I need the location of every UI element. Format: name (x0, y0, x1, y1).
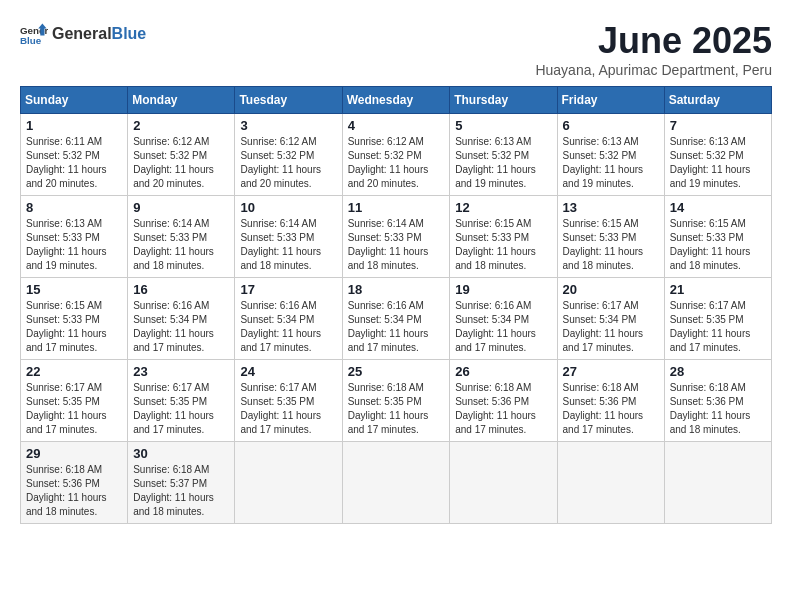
calendar-cell: 5 Sunrise: 6:13 AM Sunset: 5:32 PM Dayli… (450, 114, 557, 196)
day-number: 6 (563, 118, 659, 133)
day-header-saturday: Saturday (664, 87, 771, 114)
calendar-cell: 23 Sunrise: 6:17 AM Sunset: 5:35 PM Dayl… (128, 360, 235, 442)
day-number: 8 (26, 200, 122, 215)
day-number: 3 (240, 118, 336, 133)
calendar-cell: 8 Sunrise: 6:13 AM Sunset: 5:33 PM Dayli… (21, 196, 128, 278)
day-number: 22 (26, 364, 122, 379)
day-header-tuesday: Tuesday (235, 87, 342, 114)
day-info: Sunrise: 6:11 AM Sunset: 5:32 PM Dayligh… (26, 135, 122, 191)
calendar-cell: 27 Sunrise: 6:18 AM Sunset: 5:36 PM Dayl… (557, 360, 664, 442)
calendar-cell (557, 442, 664, 524)
day-number: 2 (133, 118, 229, 133)
day-info: Sunrise: 6:17 AM Sunset: 5:34 PM Dayligh… (563, 299, 659, 355)
calendar-cell: 30 Sunrise: 6:18 AM Sunset: 5:37 PM Dayl… (128, 442, 235, 524)
calendar-cell: 16 Sunrise: 6:16 AM Sunset: 5:34 PM Dayl… (128, 278, 235, 360)
day-info: Sunrise: 6:16 AM Sunset: 5:34 PM Dayligh… (348, 299, 445, 355)
day-number: 11 (348, 200, 445, 215)
day-number: 23 (133, 364, 229, 379)
day-number: 17 (240, 282, 336, 297)
calendar-cell (450, 442, 557, 524)
page-header: General Blue GeneralBlue June 2025 Huaya… (20, 20, 772, 78)
day-info: Sunrise: 6:13 AM Sunset: 5:32 PM Dayligh… (670, 135, 766, 191)
month-title: June 2025 (535, 20, 772, 62)
calendar-cell: 12 Sunrise: 6:15 AM Sunset: 5:33 PM Dayl… (450, 196, 557, 278)
location-title: Huayana, Apurimac Department, Peru (535, 62, 772, 78)
day-info: Sunrise: 6:12 AM Sunset: 5:32 PM Dayligh… (348, 135, 445, 191)
calendar-cell: 15 Sunrise: 6:15 AM Sunset: 5:33 PM Dayl… (21, 278, 128, 360)
day-info: Sunrise: 6:18 AM Sunset: 5:35 PM Dayligh… (348, 381, 445, 437)
day-info: Sunrise: 6:14 AM Sunset: 5:33 PM Dayligh… (348, 217, 445, 273)
logo-icon: General Blue (20, 20, 48, 48)
day-number: 18 (348, 282, 445, 297)
calendar-cell: 22 Sunrise: 6:17 AM Sunset: 5:35 PM Dayl… (21, 360, 128, 442)
calendar-cell: 17 Sunrise: 6:16 AM Sunset: 5:34 PM Dayl… (235, 278, 342, 360)
day-header-thursday: Thursday (450, 87, 557, 114)
day-number: 4 (348, 118, 445, 133)
day-number: 9 (133, 200, 229, 215)
day-number: 14 (670, 200, 766, 215)
day-info: Sunrise: 6:14 AM Sunset: 5:33 PM Dayligh… (133, 217, 229, 273)
calendar-cell: 18 Sunrise: 6:16 AM Sunset: 5:34 PM Dayl… (342, 278, 450, 360)
day-info: Sunrise: 6:17 AM Sunset: 5:35 PM Dayligh… (26, 381, 122, 437)
calendar-cell: 29 Sunrise: 6:18 AM Sunset: 5:36 PM Dayl… (21, 442, 128, 524)
calendar-cell (235, 442, 342, 524)
day-info: Sunrise: 6:18 AM Sunset: 5:37 PM Dayligh… (133, 463, 229, 519)
day-number: 1 (26, 118, 122, 133)
day-info: Sunrise: 6:18 AM Sunset: 5:36 PM Dayligh… (26, 463, 122, 519)
day-number: 29 (26, 446, 122, 461)
day-number: 20 (563, 282, 659, 297)
calendar-cell: 2 Sunrise: 6:12 AM Sunset: 5:32 PM Dayli… (128, 114, 235, 196)
calendar-cell: 21 Sunrise: 6:17 AM Sunset: 5:35 PM Dayl… (664, 278, 771, 360)
day-info: Sunrise: 6:13 AM Sunset: 5:33 PM Dayligh… (26, 217, 122, 273)
day-number: 30 (133, 446, 229, 461)
calendar-cell: 7 Sunrise: 6:13 AM Sunset: 5:32 PM Dayli… (664, 114, 771, 196)
day-info: Sunrise: 6:12 AM Sunset: 5:32 PM Dayligh… (133, 135, 229, 191)
day-number: 19 (455, 282, 551, 297)
day-number: 28 (670, 364, 766, 379)
day-number: 12 (455, 200, 551, 215)
day-number: 16 (133, 282, 229, 297)
calendar-cell: 20 Sunrise: 6:17 AM Sunset: 5:34 PM Dayl… (557, 278, 664, 360)
day-number: 10 (240, 200, 336, 215)
day-header-sunday: Sunday (21, 87, 128, 114)
calendar-cell: 25 Sunrise: 6:18 AM Sunset: 5:35 PM Dayl… (342, 360, 450, 442)
logo: General Blue GeneralBlue (20, 20, 146, 48)
calendar-cell: 28 Sunrise: 6:18 AM Sunset: 5:36 PM Dayl… (664, 360, 771, 442)
svg-text:Blue: Blue (20, 35, 42, 46)
day-info: Sunrise: 6:15 AM Sunset: 5:33 PM Dayligh… (26, 299, 122, 355)
week-row-3: 15 Sunrise: 6:15 AM Sunset: 5:33 PM Dayl… (21, 278, 772, 360)
title-area: June 2025 Huayana, Apurimac Department, … (535, 20, 772, 78)
day-info: Sunrise: 6:12 AM Sunset: 5:32 PM Dayligh… (240, 135, 336, 191)
day-info: Sunrise: 6:14 AM Sunset: 5:33 PM Dayligh… (240, 217, 336, 273)
calendar-cell: 1 Sunrise: 6:11 AM Sunset: 5:32 PM Dayli… (21, 114, 128, 196)
day-info: Sunrise: 6:16 AM Sunset: 5:34 PM Dayligh… (133, 299, 229, 355)
day-number: 13 (563, 200, 659, 215)
day-info: Sunrise: 6:13 AM Sunset: 5:32 PM Dayligh… (563, 135, 659, 191)
day-number: 5 (455, 118, 551, 133)
calendar-cell (664, 442, 771, 524)
day-info: Sunrise: 6:15 AM Sunset: 5:33 PM Dayligh… (670, 217, 766, 273)
day-info: Sunrise: 6:13 AM Sunset: 5:32 PM Dayligh… (455, 135, 551, 191)
day-number: 7 (670, 118, 766, 133)
calendar-cell: 3 Sunrise: 6:12 AM Sunset: 5:32 PM Dayli… (235, 114, 342, 196)
calendar-cell: 13 Sunrise: 6:15 AM Sunset: 5:33 PM Dayl… (557, 196, 664, 278)
day-info: Sunrise: 6:15 AM Sunset: 5:33 PM Dayligh… (563, 217, 659, 273)
calendar-table: SundayMondayTuesdayWednesdayThursdayFrid… (20, 86, 772, 524)
calendar-cell (342, 442, 450, 524)
day-number: 24 (240, 364, 336, 379)
day-header-wednesday: Wednesday (342, 87, 450, 114)
day-info: Sunrise: 6:18 AM Sunset: 5:36 PM Dayligh… (670, 381, 766, 437)
week-row-1: 1 Sunrise: 6:11 AM Sunset: 5:32 PM Dayli… (21, 114, 772, 196)
calendar-cell: 10 Sunrise: 6:14 AM Sunset: 5:33 PM Dayl… (235, 196, 342, 278)
day-info: Sunrise: 6:17 AM Sunset: 5:35 PM Dayligh… (240, 381, 336, 437)
day-info: Sunrise: 6:17 AM Sunset: 5:35 PM Dayligh… (670, 299, 766, 355)
day-info: Sunrise: 6:17 AM Sunset: 5:35 PM Dayligh… (133, 381, 229, 437)
day-number: 25 (348, 364, 445, 379)
day-info: Sunrise: 6:18 AM Sunset: 5:36 PM Dayligh… (563, 381, 659, 437)
week-row-5: 29 Sunrise: 6:18 AM Sunset: 5:36 PM Dayl… (21, 442, 772, 524)
calendar-cell: 4 Sunrise: 6:12 AM Sunset: 5:32 PM Dayli… (342, 114, 450, 196)
day-info: Sunrise: 6:16 AM Sunset: 5:34 PM Dayligh… (455, 299, 551, 355)
calendar-cell: 9 Sunrise: 6:14 AM Sunset: 5:33 PM Dayli… (128, 196, 235, 278)
logo-general: GeneralBlue (52, 25, 146, 43)
days-header-row: SundayMondayTuesdayWednesdayThursdayFrid… (21, 87, 772, 114)
